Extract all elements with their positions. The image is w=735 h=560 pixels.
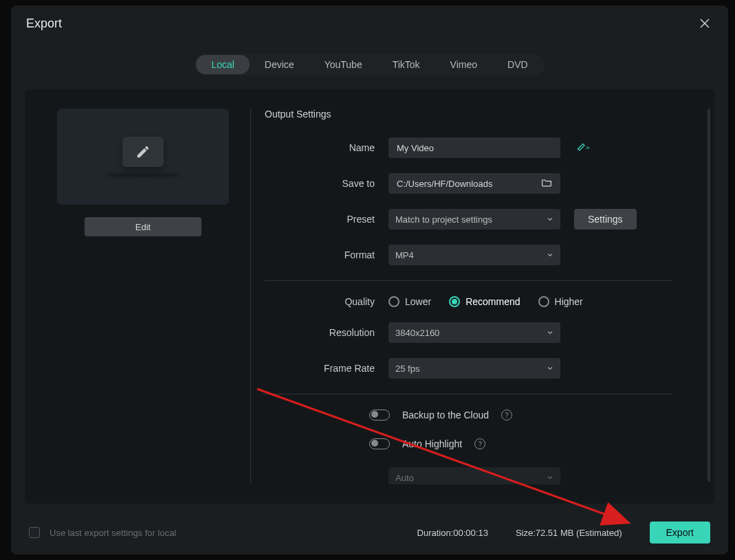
help-icon[interactable]: ? bbox=[501, 410, 512, 421]
preview-thumbnail[interactable] bbox=[57, 109, 229, 205]
resolution-value: 3840x2160 bbox=[395, 328, 439, 338]
content-area: Edit Output Settings Name AI Save to C:/… bbox=[25, 89, 714, 504]
label-resolution: Resolution bbox=[265, 327, 388, 338]
edit-button[interactable]: Edit bbox=[85, 217, 201, 236]
tab-device[interactable]: Device bbox=[250, 55, 309, 74]
section-title: Output Settings bbox=[265, 109, 672, 120]
row-name: Name AI bbox=[265, 137, 672, 158]
tab-youtube[interactable]: YouTube bbox=[309, 55, 377, 74]
format-select[interactable]: MP4 bbox=[388, 245, 560, 265]
label-preset: Preset bbox=[265, 214, 388, 225]
auto-highlight-label: Auto Highlight bbox=[402, 438, 462, 449]
save-to-value: C:/Users/HF/Downloads bbox=[397, 179, 492, 189]
chevron-down-icon bbox=[547, 474, 553, 481]
preset-value: Match to project settings bbox=[395, 214, 492, 225]
help-icon[interactable]: ? bbox=[474, 438, 485, 449]
backup-label: Backup to the Cloud bbox=[402, 410, 489, 421]
preset-settings-button[interactable]: Settings bbox=[574, 209, 637, 229]
tab-dvd[interactable]: DVD bbox=[492, 55, 543, 74]
chevron-down-icon bbox=[547, 365, 553, 372]
label-save-to: Save to bbox=[265, 178, 388, 189]
row-auto-highlight: Auto Highlight ? bbox=[265, 438, 672, 449]
use-last-settings-label: Use last export settings for local bbox=[50, 528, 408, 538]
divider-2 bbox=[265, 394, 672, 394]
pencil-icon bbox=[122, 137, 164, 167]
row-preset: Preset Match to project settings Setting… bbox=[265, 209, 672, 229]
chevron-down-icon bbox=[547, 251, 553, 258]
row-quality: Quality Lower Recommend Higher bbox=[265, 296, 672, 307]
chevron-down-icon bbox=[547, 329, 553, 336]
chevron-down-icon bbox=[547, 216, 553, 223]
radio-higher-label: Higher bbox=[555, 296, 583, 307]
row-format: Format MP4 bbox=[265, 245, 672, 265]
label-name: Name bbox=[265, 142, 388, 153]
export-dialog: Export Local Device YouTube TikTok Vimeo… bbox=[11, 5, 728, 555]
row-auto-highlight-select: Auto bbox=[265, 467, 672, 484]
radio-recommend[interactable]: Recommend bbox=[449, 296, 520, 307]
backup-toggle[interactable] bbox=[369, 410, 390, 421]
label-quality: Quality bbox=[265, 296, 388, 307]
radio-lower[interactable]: Lower bbox=[388, 296, 431, 307]
row-resolution: Resolution 3840x2160 bbox=[265, 322, 672, 343]
label-frame-rate: Frame Rate bbox=[265, 363, 388, 374]
ai-pencil-icon[interactable]: AI bbox=[577, 141, 592, 155]
radio-higher[interactable]: Higher bbox=[538, 296, 583, 307]
frame-rate-value: 25 fps bbox=[395, 363, 419, 374]
export-tabs: Local Device YouTube TikTok Vimeo DVD bbox=[11, 54, 728, 76]
size-display: Size:72.51 MB (Estimated) bbox=[516, 528, 622, 538]
vertical-divider bbox=[250, 109, 251, 484]
export-button[interactable]: Export bbox=[650, 522, 710, 544]
use-last-settings-checkbox[interactable] bbox=[29, 527, 40, 538]
duration-display: Duration:00:00:13 bbox=[417, 528, 488, 538]
name-input[interactable] bbox=[397, 143, 552, 153]
preview-column: Edit bbox=[40, 109, 246, 484]
auto-highlight-toggle[interactable] bbox=[369, 438, 390, 449]
tab-tiktok[interactable]: TikTok bbox=[377, 55, 435, 74]
dialog-title: Export bbox=[26, 16, 62, 31]
row-frame-rate: Frame Rate 25 fps bbox=[265, 358, 672, 379]
name-input-wrap bbox=[388, 137, 560, 158]
tab-local[interactable]: Local bbox=[196, 55, 249, 74]
settings-column: Output Settings Name AI Save to C:/Users… bbox=[261, 109, 699, 484]
frame-rate-select[interactable]: 25 fps bbox=[388, 358, 560, 379]
svg-text:AI: AI bbox=[586, 146, 590, 150]
dialog-header: Export bbox=[11, 5, 728, 41]
quality-radio-group: Lower Recommend Higher bbox=[388, 296, 672, 307]
scrollbar[interactable] bbox=[707, 109, 710, 482]
save-to-display: C:/Users/HF/Downloads bbox=[388, 173, 560, 194]
radio-recommend-label: Recommend bbox=[465, 296, 520, 307]
preset-select[interactable]: Match to project settings bbox=[388, 209, 560, 229]
format-value: MP4 bbox=[395, 250, 414, 260]
dialog-footer: Use last export settings for local Durat… bbox=[11, 511, 728, 555]
radio-lower-label: Lower bbox=[405, 296, 431, 307]
tab-vimeo[interactable]: Vimeo bbox=[435, 55, 492, 74]
row-save-to: Save to C:/Users/HF/Downloads bbox=[265, 173, 672, 194]
resolution-select[interactable]: 3840x2160 bbox=[388, 322, 560, 343]
folder-icon[interactable] bbox=[541, 178, 552, 190]
auto-highlight-select[interactable]: Auto bbox=[388, 467, 560, 484]
label-format: Format bbox=[265, 249, 388, 260]
row-backup: Backup to the Cloud ? bbox=[265, 410, 672, 421]
divider-1 bbox=[265, 280, 672, 281]
auto-highlight-value: Auto bbox=[395, 473, 414, 483]
close-button[interactable] bbox=[696, 15, 713, 32]
